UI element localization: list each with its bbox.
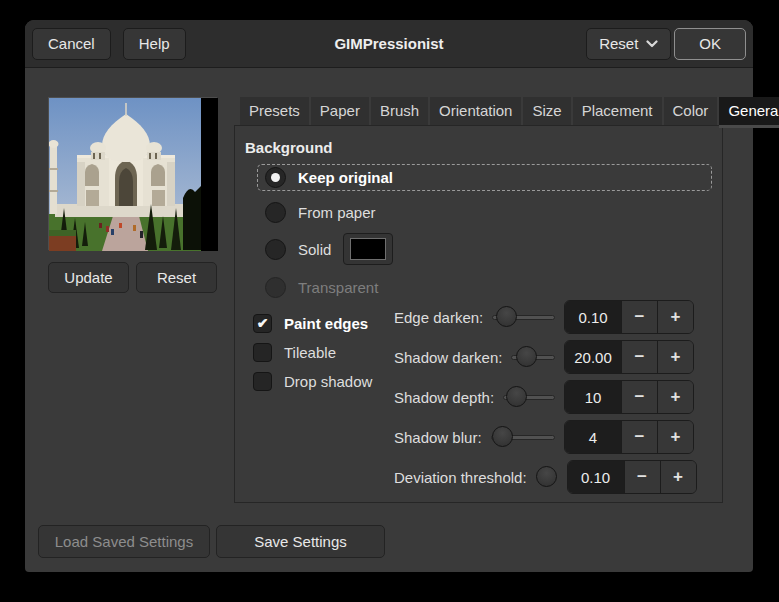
update-preview-button[interactable]: Update xyxy=(48,262,129,293)
background-heading: Background xyxy=(245,139,333,156)
checkbox-label: Paint edges xyxy=(284,315,368,332)
slider-knob[interactable] xyxy=(506,386,527,407)
ok-button[interactable]: OK xyxy=(674,28,746,60)
minus-icon[interactable]: − xyxy=(621,381,657,413)
gimpressionist-dialog: Cancel Help GIMPressionist Reset OK xyxy=(25,20,753,572)
checkbox-icon[interactable]: ✔ xyxy=(253,314,272,333)
tab-placement[interactable]: Placement xyxy=(573,97,662,125)
shadow-darken-spinbutton: 20.00 − + xyxy=(564,340,694,374)
radio-button-icon[interactable] xyxy=(265,239,286,260)
shadow-darken-row: Shadow darken: 20.00 − + xyxy=(394,340,694,374)
load-saved-settings-button: Load Saved Settings xyxy=(38,525,210,558)
edge-darken-spinbutton: 0.10 − + xyxy=(564,300,694,334)
radio-transparent: Transparent xyxy=(265,275,712,299)
shadow-blur-value[interactable]: 4 xyxy=(565,421,621,453)
chevron-down-icon xyxy=(646,40,658,48)
deviation-threshold-label: Deviation threshold: xyxy=(394,469,527,486)
dialog-body: Update Reset Presets Paper Brush Orienta… xyxy=(25,68,753,572)
general-tab-panel: Background Keep original From paper Soli… xyxy=(234,125,723,503)
slider-knob[interactable] xyxy=(516,346,537,367)
tab-color[interactable]: Color xyxy=(664,97,718,125)
shadow-blur-spinbutton: 4 − + xyxy=(564,420,694,454)
edge-darken-slider[interactable] xyxy=(492,306,555,328)
reset-menu-button[interactable]: Reset xyxy=(586,28,671,60)
plus-icon[interactable]: + xyxy=(660,461,696,493)
shadow-depth-spinbutton: 10 − + xyxy=(564,380,694,414)
slider-knob[interactable] xyxy=(536,466,557,487)
tab-general[interactable]: General xyxy=(719,97,779,125)
shadow-darken-value[interactable]: 20.00 xyxy=(565,341,621,373)
checkbox-icon[interactable] xyxy=(253,343,272,362)
solid-color-swatch xyxy=(350,238,386,260)
minus-icon[interactable]: − xyxy=(621,341,657,373)
slider-knob[interactable] xyxy=(496,306,517,327)
deviation-threshold-slider[interactable] xyxy=(536,466,558,488)
radio-label: Solid xyxy=(298,241,331,258)
parameter-sliders: Edge darken: 0.10 − + Shadow darken: xyxy=(394,300,694,500)
shadow-blur-slider[interactable] xyxy=(491,426,555,448)
edge-darken-value[interactable]: 0.10 xyxy=(565,301,621,333)
taj-mahal-photo xyxy=(49,98,218,251)
radio-keep-original[interactable]: Keep original xyxy=(257,164,712,191)
minus-icon[interactable]: − xyxy=(621,421,657,453)
footer-button-row: Load Saved Settings Save Settings xyxy=(38,525,385,558)
save-settings-button[interactable]: Save Settings xyxy=(216,525,385,558)
shadow-darken-slider[interactable] xyxy=(511,346,555,368)
radio-label: Keep original xyxy=(298,169,393,186)
minus-icon[interactable]: − xyxy=(621,301,657,333)
plus-icon[interactable]: + xyxy=(657,381,693,413)
radio-label: Transparent xyxy=(298,279,378,296)
shadow-depth-slider[interactable] xyxy=(503,386,555,408)
shadow-blur-label: Shadow blur: xyxy=(394,429,482,446)
help-button[interactable]: Help xyxy=(123,28,186,60)
tab-bar: Presets Paper Brush Orientation Size Pla… xyxy=(234,97,723,125)
slider-knob[interactable] xyxy=(492,426,513,447)
settings-notebook: Presets Paper Brush Orientation Size Pla… xyxy=(234,97,723,503)
shadow-depth-label: Shadow depth: xyxy=(394,389,494,406)
tab-paper[interactable]: Paper xyxy=(311,97,369,125)
checkbox-label: Tileable xyxy=(284,344,336,361)
header-bar: Cancel Help GIMPressionist Reset OK xyxy=(25,20,753,68)
tab-brush[interactable]: Brush xyxy=(371,97,428,125)
cancel-button[interactable]: Cancel xyxy=(32,28,111,60)
preview-button-row: Update Reset xyxy=(48,262,217,293)
shadow-blur-row: Shadow blur: 4 − + xyxy=(394,420,694,454)
edge-darken-row: Edge darken: 0.10 − + xyxy=(394,300,694,334)
radio-button-icon[interactable] xyxy=(265,202,286,223)
checkbox-label: Drop shadow xyxy=(284,373,372,390)
radio-label: From paper xyxy=(298,204,376,221)
tab-presets[interactable]: Presets xyxy=(240,97,309,125)
shadow-depth-value[interactable]: 10 xyxy=(565,381,621,413)
plus-icon[interactable]: + xyxy=(657,301,693,333)
tab-orientation[interactable]: Orientation xyxy=(430,97,521,125)
edge-darken-label: Edge darken: xyxy=(394,309,483,326)
plus-icon[interactable]: + xyxy=(657,421,693,453)
minus-icon[interactable]: − xyxy=(624,461,660,493)
deviation-threshold-row: Deviation threshold: 0.10 − + xyxy=(394,460,694,494)
radio-solid[interactable]: Solid xyxy=(265,232,712,266)
deviation-threshold-spinbutton: 0.10 − + xyxy=(567,460,697,494)
shadow-depth-row: Shadow depth: 10 − + xyxy=(394,380,694,414)
reset-menu-label: Reset xyxy=(599,35,638,52)
deviation-threshold-value[interactable]: 0.10 xyxy=(568,461,624,493)
tab-size[interactable]: Size xyxy=(523,97,570,125)
checkbox-icon[interactable] xyxy=(253,372,272,391)
plus-icon[interactable]: + xyxy=(657,341,693,373)
radio-button-icon xyxy=(265,277,286,298)
preview-image xyxy=(48,97,217,250)
solid-color-button[interactable] xyxy=(343,233,393,265)
shadow-darken-label: Shadow darken: xyxy=(394,349,502,366)
radio-from-paper[interactable]: From paper xyxy=(265,200,712,224)
radio-button-icon[interactable] xyxy=(265,167,286,188)
reset-preview-button[interactable]: Reset xyxy=(136,262,217,293)
header-right-group: Reset OK xyxy=(586,28,746,60)
